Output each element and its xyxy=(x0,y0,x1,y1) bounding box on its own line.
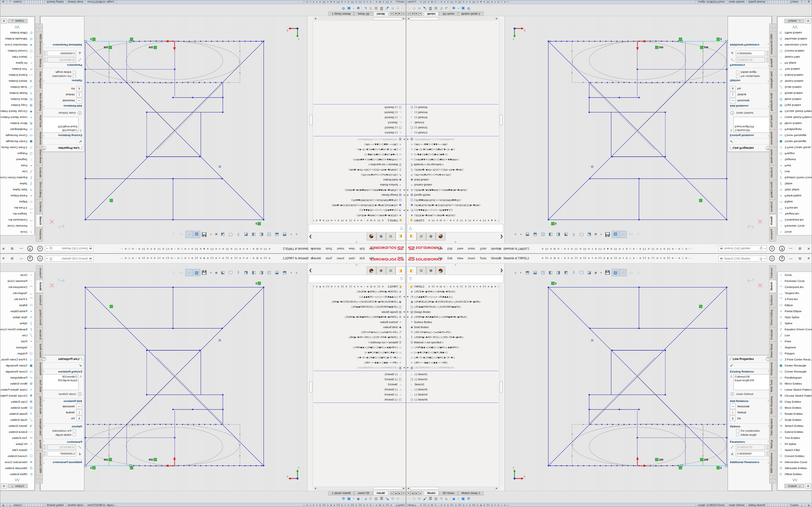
relation-button[interactable]: — xyxy=(730,404,735,409)
tree-item[interactable]: ✎ ○Ƨ5∙U※♟Aɯ○∘○ɯA♟※U∙Ƨ5○ xyxy=(406,330,499,335)
flyout-item[interactable]: ╱ Line xyxy=(0,169,34,175)
flyout-item[interactable]: ⎙ Silhouette Entities xyxy=(0,465,34,471)
relation-badge[interactable]: =109 xyxy=(109,458,112,461)
add-relation-row[interactable]: ❘ Vertical xyxy=(730,410,769,415)
tree-vertical-scrollbar[interactable] xyxy=(309,21,313,223)
filmstrip-icon[interactable]: ▦ xyxy=(374,496,378,501)
tree-filter-input[interactable]: ▽ xyxy=(309,275,405,283)
tree-filter-input[interactable]: ▽ xyxy=(309,224,405,232)
flyout-item[interactable]: ⬭ Ellipse xyxy=(778,302,812,308)
command-tab[interactable]: MBD Dimensions xyxy=(769,451,776,475)
tree-item-sketch[interactable]: ∟ (-) Sketch1 xyxy=(313,372,406,377)
add-relation-row[interactable]: — Horizontal xyxy=(43,404,82,409)
close-button[interactable]: ✕ xyxy=(805,255,812,262)
expand-arrow-icon[interactable]: ▶ xyxy=(406,295,410,298)
expand-arrow-icon[interactable]: ▶ xyxy=(402,295,406,298)
spinner[interactable]: ▲▼ xyxy=(43,57,46,62)
tree-item-sketch[interactable]: ∟ (-) Sketch4 xyxy=(406,110,499,115)
add-relation-row[interactable]: — Horizontal xyxy=(730,98,769,103)
motion-icon[interactable]: ≋ xyxy=(418,6,421,11)
command-tab[interactable]: Evaluate xyxy=(769,327,776,342)
flyout-item[interactable]: ❖ Circular Sketch Pattern xyxy=(778,108,812,114)
flyout-item[interactable]: — Extend Entities xyxy=(0,72,34,78)
checkbox[interactable] xyxy=(736,433,739,436)
flyout-item[interactable]: ∫ Spline xyxy=(778,181,812,187)
flyout-item[interactable]: ◇ 3 Point Center Recta... xyxy=(0,145,34,151)
command-tab[interactable]: Mesh Modeling xyxy=(36,91,43,113)
model-tab[interactable]: 3D Views xyxy=(354,491,373,495)
tree-item[interactable]: ⌖ ○ИV∘⌐∘♟◉○∘○◉♟∘⌐∘VИ○ xyxy=(313,360,406,365)
relation-badge[interactable]: ∕3 xyxy=(551,282,554,285)
tab-configuration-manager[interactable]: ⊕ xyxy=(376,267,386,275)
tab-nav-button[interactable]: ⏭ xyxy=(390,12,394,15)
menu-item[interactable]: View xyxy=(349,257,355,260)
tree-item[interactable]: ☰ Material < not specified > xyxy=(406,162,499,167)
rollback-divider[interactable] xyxy=(406,104,499,105)
maximize-button[interactable]: ⧉ xyxy=(796,255,804,262)
flyout-item[interactable]: ⬡ Polygon xyxy=(778,151,812,157)
flyout-item[interactable]: ⇲ Stretch Entities xyxy=(0,423,34,429)
relation-entry[interactable]: Equal length109 xyxy=(735,125,768,128)
flyout-item[interactable]: ◖ Partial Ellipse xyxy=(778,308,812,314)
expand-arrow-icon[interactable]: ▶ xyxy=(402,194,406,196)
flyout-item[interactable]: ⌒ 3 Point Arc xyxy=(778,205,812,211)
flyout-item[interactable]: ⁘ Segment xyxy=(778,157,812,163)
flyout-item[interactable]: ∿ Style Spline xyxy=(778,187,812,193)
tree-item[interactable]: ▱ ○∘◉♣○※◉I○∘○I◉※○♣◉∘○ xyxy=(313,350,406,355)
command-tab[interactable]: Mold Tools xyxy=(769,113,776,130)
tab-property-manager[interactable]: ⧉ xyxy=(416,267,426,275)
search-icon[interactable]: Q xyxy=(759,257,763,261)
parameter-input[interactable]: 0.00000000° xyxy=(47,451,76,456)
flyout-item[interactable]: ⊡ Move Entities xyxy=(0,96,34,102)
spinner[interactable]: ▲▼ xyxy=(43,451,46,456)
flyout-item[interactable]: ◡ Tangent Arc xyxy=(0,290,34,296)
tree-item[interactable]: ▶ ▤ Design Binder xyxy=(313,309,406,314)
relation-button[interactable]: ⚓ xyxy=(730,416,735,421)
tree-item[interactable]: ✎ ○Ƨ5∙U※♟Aɯ○∘○ɯA♟※U∙Ƨ5○ xyxy=(313,330,406,335)
tree-item[interactable]: ◉ ○Ƨ5♣ƷƐƨƧ○ИV◉∘♣ϽƆƷƐUƷƐƨƧ○∘○ƧƨƷƐUƷƐƆϽ♣∘◉… xyxy=(406,203,499,208)
relation-badge[interactable]: ∕ xyxy=(679,466,682,469)
flyout-item[interactable]: ⇲ Stretch Entities xyxy=(778,78,812,84)
bars-icon[interactable]: ☰ xyxy=(380,496,383,501)
tab-nav-button[interactable]: ◀ xyxy=(411,492,414,495)
tree-item[interactable]: ▶ ◔ ○人♟◉♣Ƨ5∘⌐○∘○⌐∘Ƨ5♣◉♟人○ xyxy=(313,294,406,299)
tree-item[interactable]: ☰ Material < not specified > xyxy=(406,340,499,345)
tree-item[interactable]: ★ ○Ƨ5ƷƐ♣∘◉VAΦ○∘○ΦAV◉∘♣ƷƐƨƧ○ xyxy=(313,213,406,218)
flyout-item[interactable]: ⧉ Mirror Entities xyxy=(0,120,34,126)
tab-nav-button[interactable]: ⏭ xyxy=(418,12,422,15)
flyout-item[interactable]: ⊏ Offset Entities xyxy=(778,471,812,477)
flyout-item[interactable]: ≋ Intersection Curve xyxy=(0,459,34,465)
flyout-item[interactable]: ╱ Line xyxy=(778,332,812,338)
command-tab[interactable]: Data Migration xyxy=(769,416,776,438)
relation-badge[interactable]: ∕ xyxy=(130,38,133,41)
camera-icon[interactable]: ◙ xyxy=(453,6,455,11)
command-tab[interactable]: ... xyxy=(769,479,776,484)
tree-item[interactable]: ▱ ○✛ИV◉♟+○※◉I○∘○I◉※○+♟◉VИ✛○ xyxy=(406,157,499,162)
flyout-item[interactable]: ╱ Line xyxy=(778,169,812,175)
menu-item[interactable]: Tools xyxy=(325,247,332,250)
tree-item[interactable]: Σ ○Ƨ5ИV◉∘♣AΠ⌐Ƨ5Ɔ○∘○ƆƧ5⌐ΠA♣∘◉VИ○ xyxy=(313,167,406,172)
pin-icon[interactable]: ✛ xyxy=(311,256,313,260)
flyout-item[interactable]: ▭ Corner Rectangle xyxy=(778,132,812,138)
menu-item[interactable]: Insert xyxy=(337,257,344,260)
scroll-right-icon[interactable]: ▶ xyxy=(495,487,498,490)
ok-button[interactable]: ✔ xyxy=(41,138,84,145)
camera-icon[interactable]: ◙ xyxy=(453,497,455,501)
command-tab[interactable]: Data Migration xyxy=(769,69,776,91)
tree-item-sketch[interactable]: ◳ (-) Sketch2 xyxy=(313,377,406,382)
command-tab[interactable]: Mold Tools xyxy=(36,113,43,130)
tree-item[interactable]: ▶ A ○Ƨ5ИV◉∘♣A♣◉ИVA○∘○AVИ◉♣A♣∘◉VИƨƧ○ xyxy=(313,187,406,193)
relation-badge[interactable]: =109 xyxy=(655,46,658,49)
tree-item[interactable]: ▶ ◔ ○人♟◉♣Ƨ5∘⌐○∘○⌐∘Ƨ5♣◉♟人○ xyxy=(406,208,499,213)
command-tab[interactable]: Mesh Modeling xyxy=(36,394,43,416)
command-tab[interactable]: Weldments xyxy=(36,129,43,147)
model-tab[interactable]: 3D Views xyxy=(439,12,458,16)
tab-featuremanager-tree[interactable]: ◧ xyxy=(396,267,405,275)
status-stamp-icon[interactable]: ⎈ xyxy=(0,504,7,507)
panel-collapse-chevron[interactable]: ❯ xyxy=(309,235,312,239)
tree-item-sketch[interactable]: ∟ (-) Sketch1 xyxy=(406,130,499,135)
flyout-item[interactable]: ◡ Tangent Arc xyxy=(0,211,34,217)
tree-item[interactable]: ◉ ○Ƨ5♣ƷƐƨƧ○ИV◉∘♣ϽƆƷƐUƷƐƨƧ○∘○ƧƨƷƐUƷƐƆϽ♣∘◉… xyxy=(406,299,499,304)
tree-item[interactable]: ▱ ○♣⌐Ɔ∘♟○※◉I○∘○I◉※○♟∘Ɔ⌐♣○ xyxy=(313,355,406,360)
scroll-left-icon[interactable]: ◀ xyxy=(406,17,410,20)
